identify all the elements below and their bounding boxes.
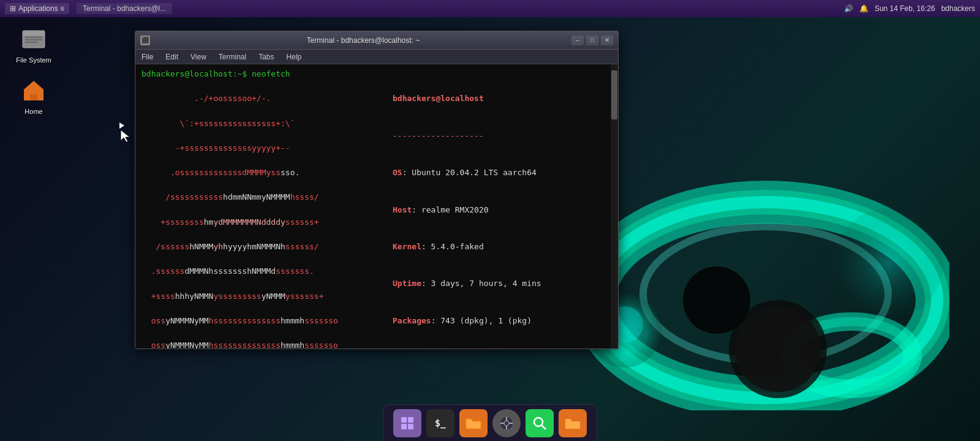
svg-marker-19 xyxy=(121,130,130,142)
svg-point-3 xyxy=(643,227,888,361)
username: bdhackers xyxy=(941,4,975,13)
dock-item-search[interactable] xyxy=(526,409,554,437)
filesystem-label: File System xyxy=(16,56,51,64)
svg-rect-18 xyxy=(30,94,37,100)
svg-rect-15 xyxy=(25,39,42,40)
dock-item-terminal[interactable]: $_ xyxy=(426,409,454,437)
filesystem-icon[interactable]: File System xyxy=(12,24,55,64)
desktop: ⊞ Applications ≡ Terminal - bdhackers@l.… xyxy=(0,0,980,441)
svg-point-2 xyxy=(594,202,937,398)
svg-point-8 xyxy=(833,208,943,318)
info-os: OS: Ubuntu 20.04.2 LTS aarch64 xyxy=(393,167,603,179)
terminal-dock-label: $_ xyxy=(435,418,446,429)
info-uptime: Uptime: 3 days, 7 hours, 4 mins xyxy=(393,277,603,290)
menu-edit[interactable]: Edit xyxy=(163,51,181,62)
terminal-window: ⬛ Terminal - bdhackers@localhost: ~ – □ … xyxy=(135,31,619,349)
svg-rect-21 xyxy=(408,417,413,423)
terminal-scrollbar[interactable] xyxy=(611,64,618,349)
neofetch-art: bdhackers@localhost:~$ neofetch .-/+ooss… xyxy=(141,68,380,345)
applications-menu[interactable]: ⊞ Applications ≡ xyxy=(5,3,69,14)
active-window-label: Terminal - bdhackers@l... xyxy=(83,4,166,13)
svg-rect-13 xyxy=(23,31,45,36)
neofetch-info: bdhackers@localhost ------------------- … xyxy=(393,68,603,345)
terminal-controls: – □ ✕ xyxy=(571,36,613,45)
dock-item-util[interactable] xyxy=(492,409,521,437)
menu-help[interactable]: Help xyxy=(284,51,304,62)
svg-marker-24 xyxy=(466,419,481,429)
svg-point-5 xyxy=(790,322,913,389)
svg-point-10 xyxy=(735,306,821,392)
active-window-button[interactable]: Terminal - bdhackers@l... xyxy=(77,3,172,14)
svg-point-11 xyxy=(683,266,750,334)
terminal-body: bdhackers@localhost:~$ neofetch .-/+ooss… xyxy=(141,68,603,345)
svg-point-1 xyxy=(594,202,937,398)
terminal-titlebar: ⬛ Terminal - bdhackers@localhost: ~ – □ … xyxy=(135,31,618,50)
sound-icon[interactable]: 🔊 xyxy=(844,4,853,13)
filesystem-icon-img xyxy=(19,24,48,54)
applications-label: Applications ≡ xyxy=(18,4,64,13)
svg-point-4 xyxy=(790,322,913,389)
dock: $_ xyxy=(383,404,597,441)
minimize-button[interactable]: – xyxy=(571,36,584,45)
menu-terminal[interactable]: Terminal xyxy=(216,51,249,62)
svg-rect-16 xyxy=(25,42,37,43)
svg-rect-22 xyxy=(401,424,407,429)
svg-line-31 xyxy=(541,425,546,429)
menu-file[interactable]: File xyxy=(139,51,156,62)
terminal-content[interactable]: bdhackers@localhost:~$ neofetch .-/+ooss… xyxy=(135,64,618,349)
menu-view[interactable]: View xyxy=(188,51,209,62)
notification-icon[interactable]: 🔔 xyxy=(859,4,869,13)
home-icon[interactable]: Home xyxy=(12,76,55,115)
svg-rect-20 xyxy=(401,417,407,423)
svg-point-0 xyxy=(594,202,937,398)
svg-rect-14 xyxy=(25,37,42,38)
svg-point-9 xyxy=(729,300,827,398)
dock-item-files2[interactable] xyxy=(559,409,587,437)
dock-item-app1[interactable] xyxy=(393,409,421,437)
svg-point-30 xyxy=(534,418,543,426)
svg-point-29 xyxy=(504,421,509,426)
terminal-icon: ⬛ xyxy=(140,36,150,45)
svg-marker-32 xyxy=(565,419,580,429)
info-kernel: Kernel: 5.4.0-faked xyxy=(393,241,603,253)
info-packages: Packages: 743 (dpkg), 1 (pkg) xyxy=(393,315,603,327)
maximize-button[interactable]: □ xyxy=(586,36,598,45)
app-icon: ⊞ xyxy=(10,4,16,13)
taskbar-right: 🔊 🔔 Sun 14 Feb, 16:26 bdhackers xyxy=(844,4,975,13)
datetime: Sun 14 Feb, 16:26 xyxy=(875,4,935,13)
taskbar-top: ⊞ Applications ≡ Terminal - bdhackers@l.… xyxy=(0,0,980,17)
info-host: Host: realme RMX2020 xyxy=(393,204,603,216)
desktop-icons: File System Home xyxy=(12,24,55,115)
terminal-menubar: File Edit View Terminal Tabs Help xyxy=(135,50,618,64)
info-user-host: bdhackers@localhost xyxy=(393,92,603,105)
info-separator: ------------------- xyxy=(393,130,603,142)
home-icon-img xyxy=(19,76,48,105)
terminal-title: Terminal - bdhackers@localhost: ~ xyxy=(155,36,571,45)
taskbar-left: ⊞ Applications ≡ Terminal - bdhackers@l.… xyxy=(5,3,172,14)
home-label: Home xyxy=(24,108,42,115)
close-button[interactable]: ✕ xyxy=(601,36,613,45)
dock-item-files[interactable] xyxy=(459,409,488,437)
svg-rect-23 xyxy=(408,424,413,429)
terminal-scrollbar-thumb[interactable] xyxy=(611,70,617,119)
menu-tabs[interactable]: Tabs xyxy=(256,51,276,62)
